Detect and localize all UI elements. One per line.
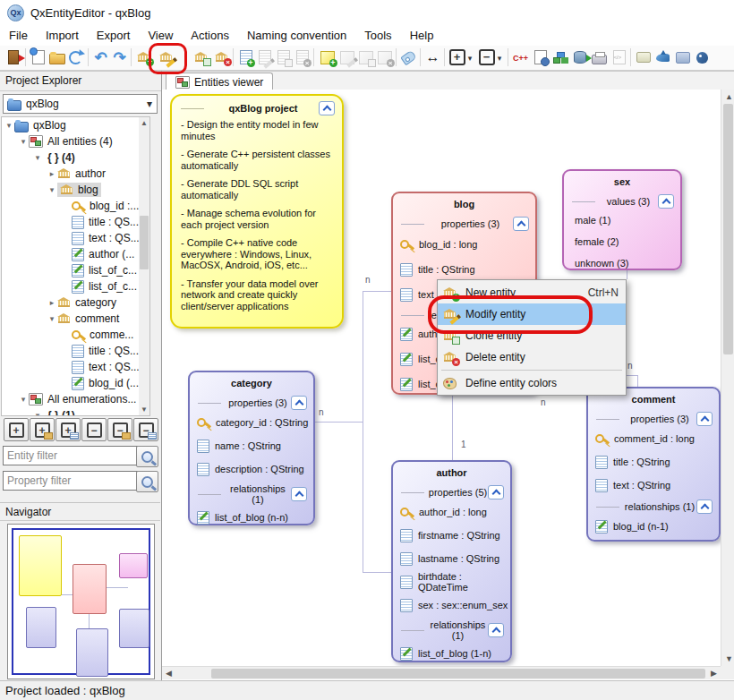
tree-item-title[interactable]: title : QS...	[2, 214, 149, 230]
clone-entity-button[interactable]	[192, 47, 210, 67]
menu-actions[interactable]: Actions	[182, 26, 238, 45]
expander-icon[interactable]	[47, 314, 57, 323]
expander-icon[interactable]	[4, 121, 14, 130]
add-property-button[interactable]	[236, 47, 255, 67]
collapse-button[interactable]	[696, 499, 713, 514]
entity-sex[interactable]: sex values (3) male (1) female (2) unkno…	[562, 169, 682, 270]
entity-category[interactable]: category properties (3) category_id : QS…	[188, 371, 315, 525]
scroll-left-icon[interactable]: ◀	[166, 669, 172, 678]
entity-filter-search-button[interactable]	[136, 446, 158, 467]
source-code-button[interactable]	[610, 47, 628, 67]
tree-item-comment-title[interactable]: title : QS...	[2, 343, 149, 359]
resize-button[interactable]	[423, 47, 442, 67]
zoom-out-button[interactable]	[477, 47, 496, 67]
sqlite-button[interactable]	[634, 47, 653, 67]
collapse-button[interactable]	[488, 623, 504, 637]
expander-icon[interactable]	[18, 137, 29, 146]
entity-comment[interactable]: comment properties (3) comment_id : long…	[586, 387, 721, 542]
open-project-button[interactable]	[47, 47, 66, 67]
collapse-entities-button[interactable]	[107, 418, 132, 441]
scroll-down-icon[interactable]: ▼	[139, 405, 149, 414]
scrollbar-thumb[interactable]	[140, 216, 149, 269]
project-selector-combobox[interactable]: qxBlog	[3, 94, 158, 114]
collapse-button[interactable]	[291, 487, 307, 501]
expand-all-button[interactable]	[4, 418, 29, 441]
scroll-up-icon[interactable]: ▲	[725, 92, 733, 101]
zoom-in-button[interactable]	[448, 47, 466, 67]
tree-item-comment[interactable]: comment	[2, 311, 149, 327]
menu-help[interactable]: Help	[401, 26, 443, 45]
tree-item-list-of-c2[interactable]: list_of_c...	[2, 278, 149, 295]
expander-icon[interactable]	[32, 153, 43, 162]
print-button[interactable]	[590, 47, 609, 67]
add-note-button[interactable]	[318, 47, 337, 67]
expander-icon[interactable]	[47, 298, 57, 307]
postgresql-button[interactable]	[693, 47, 712, 67]
tree-item-comment-blog-id[interactable]: blog_id (...	[2, 375, 149, 391]
canvas-horizontal-scrollbar[interactable]: ◀ ▶	[162, 666, 721, 679]
collapse-button[interactable]	[488, 485, 504, 499]
collapse-properties-button[interactable]	[133, 418, 158, 441]
tab-entities-viewer[interactable]: Entities viewer	[166, 73, 273, 90]
modify-note-button[interactable]	[337, 47, 356, 67]
tree-item-comment-id[interactable]: comme...	[2, 327, 149, 343]
delete-note-button[interactable]	[375, 47, 394, 67]
tree-item-author-rel[interactable]: author (...	[2, 246, 149, 262]
scrollbar-thumb[interactable]	[723, 104, 733, 354]
collapse-button[interactable]	[658, 194, 674, 209]
property-filter-search-button[interactable]	[136, 471, 158, 492]
menu-view[interactable]: View	[139, 26, 182, 45]
property-filter-input[interactable]	[3, 471, 141, 491]
scroll-right-icon[interactable]: ▶	[711, 669, 717, 678]
scrollbar-thumb[interactable]	[211, 669, 705, 679]
collapse-button[interactable]	[291, 396, 307, 410]
exit-button[interactable]	[4, 47, 22, 67]
zoom-out-dropdown[interactable]	[494, 47, 505, 67]
expander-icon[interactable]	[18, 395, 29, 404]
tree-item-list-of-c1[interactable]: list_of_c...	[2, 262, 149, 278]
collapse-button[interactable]	[319, 101, 335, 115]
tree-item-braces-4[interactable]: { } (4)	[2, 149, 149, 166]
export-settings-button[interactable]	[531, 47, 550, 67]
scroll-up-icon[interactable]: ▲	[139, 119, 149, 127]
modify-property-button[interactable]	[255, 47, 274, 67]
tree-item-text[interactable]: text : QS...	[2, 230, 149, 246]
menu-export[interactable]: Export	[88, 26, 140, 45]
tag-button[interactable]	[399, 47, 418, 67]
entities-canvas[interactable]: n n 1 n n qxBlog project - Design the en…	[162, 90, 721, 666]
note-qxblog-project[interactable]: qxBlog project - Design the entity model…	[170, 94, 344, 329]
expander-icon[interactable]	[47, 185, 57, 194]
menu-item-modify-entity[interactable]: Modify entity	[438, 303, 626, 325]
tree-item-author[interactable]: author	[2, 166, 149, 182]
network-button[interactable]	[550, 47, 569, 67]
menu-item-clone-entity[interactable]: Clone entity	[438, 325, 626, 346]
delete-entity-button[interactable]	[212, 47, 231, 67]
collapse-button[interactable]	[513, 217, 529, 231]
clone-note-button[interactable]	[356, 47, 375, 67]
export-database-button[interactable]	[570, 47, 589, 67]
menu-item-new-entity[interactable]: New entity Ctrl+N	[438, 282, 626, 303]
new-project-button[interactable]	[29, 47, 47, 67]
expand-properties-button[interactable]	[55, 418, 81, 441]
entity-filter-input[interactable]	[3, 446, 141, 465]
chevron-down-icon[interactable]	[142, 98, 157, 110]
collapse-all-button[interactable]	[81, 418, 107, 441]
zoom-in-dropdown[interactable]	[465, 47, 475, 67]
tree-item-all-enumerations[interactable]: All enumerations...	[2, 391, 149, 407]
menu-item-delete-entity[interactable]: Delete entity	[438, 346, 626, 368]
collapse-button[interactable]	[696, 412, 713, 426]
mssql-button[interactable]	[673, 47, 692, 67]
export-cpp-button[interactable]	[511, 47, 530, 67]
tree-item-category[interactable]: category	[2, 295, 149, 311]
redo-button[interactable]	[110, 47, 129, 67]
undo-button[interactable]	[91, 47, 110, 67]
tree-item-blog-id[interactable]: blog_id :...	[2, 198, 149, 214]
mysql-button[interactable]	[653, 47, 672, 67]
refresh-button[interactable]	[66, 47, 85, 67]
menu-naming-convention[interactable]: Naming convention	[238, 26, 355, 45]
new-entity-button[interactable]	[134, 47, 153, 67]
tree-item-comment-text[interactable]: text : QS...	[2, 359, 149, 375]
menu-tools[interactable]: Tools	[355, 26, 400, 45]
expander-icon[interactable]	[47, 169, 57, 178]
expand-entities-button[interactable]	[30, 418, 55, 441]
